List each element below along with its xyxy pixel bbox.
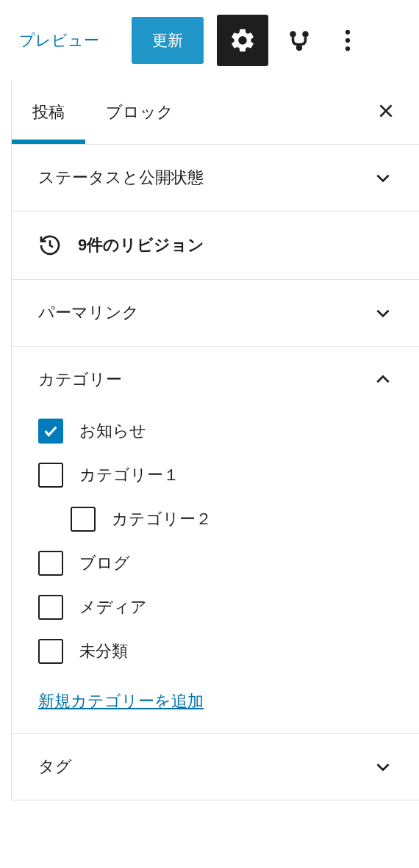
kebab-menu-icon: [345, 29, 351, 51]
panel-categories-header[interactable]: カテゴリー: [38, 369, 393, 391]
chevron-down-icon: [373, 168, 393, 187]
panel-categories: カテゴリー お知らせカテゴリー１カテゴリー２ブログメディア未分類 新規カテゴリー…: [12, 347, 419, 734]
category-checkbox[interactable]: [38, 463, 63, 488]
category-label[interactable]: カテゴリー２: [112, 508, 212, 530]
panel-permalink[interactable]: パーマリンク: [12, 280, 419, 347]
svg-point-3: [345, 30, 350, 35]
more-options-button[interactable]: [330, 23, 365, 58]
category-checklist: お知らせカテゴリー１カテゴリー２ブログメディア未分類: [38, 419, 393, 664]
svg-point-1: [302, 31, 309, 37]
category-checkbox[interactable]: [38, 639, 63, 664]
settings-button[interactable]: [217, 15, 268, 66]
panel-title-tags: タグ: [38, 756, 72, 778]
category-item: お知らせ: [38, 419, 393, 444]
panel-tags[interactable]: タグ: [12, 734, 419, 800]
git-branch-icon: [287, 28, 312, 53]
close-icon: [376, 101, 395, 120]
check-icon: [43, 423, 59, 439]
panel-title-status: ステータスと公開状態: [38, 167, 204, 189]
tab-block[interactable]: ブロック: [85, 81, 194, 144]
category-item: メディア: [38, 595, 393, 620]
category-checkbox[interactable]: [38, 551, 63, 576]
svg-point-0: [290, 31, 296, 37]
history-icon: [38, 234, 62, 257]
panel-title-permalink: パーマリンク: [38, 302, 139, 324]
preview-link[interactable]: プレビュー: [19, 30, 99, 51]
category-label[interactable]: メディア: [79, 596, 147, 618]
svg-point-5: [345, 46, 350, 51]
category-label[interactable]: お知らせ: [79, 420, 146, 442]
revisions-text: 9件のリビジョン: [78, 234, 204, 256]
tab-post[interactable]: 投稿: [12, 81, 85, 144]
category-label[interactable]: 未分類: [79, 640, 128, 662]
chevron-down-icon: [373, 303, 393, 322]
panel-title-categories: カテゴリー: [38, 369, 122, 391]
category-item: カテゴリー１: [38, 463, 393, 488]
category-item: ブログ: [38, 551, 393, 576]
panel-status[interactable]: ステータスと公開状態: [12, 145, 419, 211]
update-button[interactable]: 更新: [132, 17, 204, 64]
category-item: カテゴリー２: [38, 507, 393, 532]
add-category-link[interactable]: 新規カテゴリーを追加: [38, 690, 204, 712]
jetpack-button[interactable]: [282, 23, 317, 58]
chevron-down-icon: [373, 757, 393, 776]
close-sidebar-button[interactable]: [376, 101, 395, 123]
sidebar-tabs: 投稿 ブロック: [12, 81, 419, 145]
category-checkbox[interactable]: [38, 419, 63, 444]
category-label[interactable]: ブログ: [79, 552, 130, 574]
svg-point-4: [345, 38, 350, 43]
category-checkbox[interactable]: [71, 507, 96, 532]
chevron-up-icon: [373, 370, 393, 389]
sidebar: 投稿 ブロック ステータスと公開状態 9件のリビジョン パーマリンク: [11, 81, 419, 800]
gear-icon: [229, 26, 257, 54]
category-item: 未分類: [38, 639, 393, 664]
category-label[interactable]: カテゴリー１: [79, 464, 179, 486]
panel-revisions[interactable]: 9件のリビジョン: [12, 211, 419, 280]
editor-toolbar: プレビュー 更新: [0, 0, 419, 81]
category-checkbox[interactable]: [38, 595, 63, 620]
